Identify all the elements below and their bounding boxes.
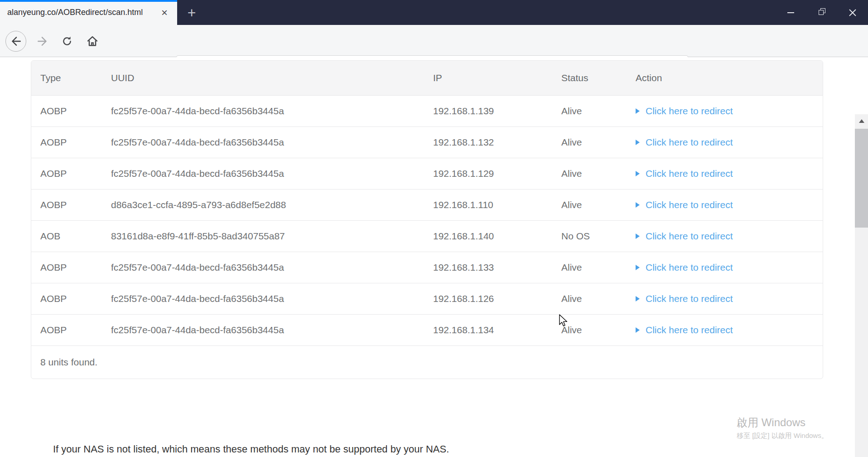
cell-ip: 192.168.1.133 bbox=[424, 262, 552, 273]
cell-status: Alive bbox=[552, 262, 627, 273]
triangle-right-icon bbox=[636, 327, 640, 333]
column-header-ip: IP bbox=[424, 73, 552, 83]
watermark-line1: 啟用 Windows bbox=[737, 415, 828, 430]
cell-type: AOBP bbox=[31, 199, 102, 210]
cell-ip: 192.168.1.140 bbox=[424, 231, 552, 242]
table-row: AOBP fc25f57e-00a7-44da-becd-fa6356b3445… bbox=[31, 314, 823, 345]
table-row: AOBP fc25f57e-00a7-44da-becd-fa6356b3445… bbox=[31, 252, 823, 283]
close-icon bbox=[849, 9, 856, 16]
scan-results-table: TypeUUIDIPStatusAction AOBP fc25f57e-00a… bbox=[31, 60, 823, 379]
reload-icon bbox=[61, 35, 73, 47]
redirect-link[interactable]: Click here to redirect bbox=[636, 137, 823, 148]
redirect-link[interactable]: Click here to redirect bbox=[636, 262, 823, 273]
scroll-up-button[interactable] bbox=[855, 114, 868, 128]
cell-uuid: fc25f57e-00a7-44da-becd-fa6356b3445a bbox=[102, 168, 424, 179]
table-row: AOBP fc25f57e-00a7-44da-becd-fa6356b3445… bbox=[31, 283, 823, 314]
table-header-row: TypeUUIDIPStatusAction bbox=[31, 61, 823, 95]
cell-status: Alive bbox=[552, 199, 627, 210]
home-button[interactable] bbox=[81, 25, 104, 57]
redirect-link[interactable]: Click here to redirect bbox=[636, 231, 823, 242]
redirect-link[interactable]: Click here to redirect bbox=[636, 168, 823, 179]
cell-uuid: fc25f57e-00a7-44da-becd-fa6356b3445a bbox=[102, 262, 424, 273]
activate-windows-watermark: 啟用 Windows 移至 [設定] 以啟用 Windows。 bbox=[737, 415, 828, 440]
table-row: AOBP fc25f57e-00a7-44da-becd-fa6356b3445… bbox=[31, 95, 823, 126]
column-header-type: Type bbox=[31, 73, 102, 83]
triangle-right-icon bbox=[636, 171, 640, 176]
redirect-link[interactable]: Click here to redirect bbox=[636, 293, 823, 304]
table-row: AOBP d86a3ce1-ccfa-4895-a793-a6d8ef5e2d8… bbox=[31, 189, 823, 220]
new-tab-button[interactable]: + bbox=[181, 3, 202, 23]
redirect-link-label: Click here to redirect bbox=[646, 293, 733, 304]
page-content: TypeUUIDIPStatusAction AOBP fc25f57e-00a… bbox=[0, 57, 868, 457]
home-icon bbox=[86, 35, 99, 48]
triangle-right-icon bbox=[636, 265, 640, 270]
back-button[interactable] bbox=[4, 25, 28, 57]
cell-type: AOBP bbox=[31, 325, 102, 335]
forward-button[interactable] bbox=[32, 25, 53, 57]
cell-status: Alive bbox=[552, 325, 627, 335]
cell-status: Alive bbox=[552, 137, 627, 148]
cell-uuid: fc25f57e-00a7-44da-becd-fa6356b3445a bbox=[102, 137, 424, 148]
cell-status: Alive bbox=[552, 106, 627, 117]
tab-title-fade bbox=[141, 2, 159, 24]
column-header-action: Action bbox=[627, 73, 823, 83]
forward-icon bbox=[37, 35, 48, 47]
redirect-link-label: Click here to redirect bbox=[646, 231, 733, 242]
redirect-link-label: Click here to redirect bbox=[646, 168, 733, 179]
cell-ip: 192.168.1.139 bbox=[424, 106, 552, 117]
vertical-scrollbar[interactable] bbox=[855, 114, 868, 457]
nas-note-text: If your NAS is not listed, which means t… bbox=[53, 443, 449, 455]
cell-type: AOBP bbox=[31, 262, 102, 273]
tab-close-icon[interactable]: × bbox=[158, 6, 171, 19]
arrow-up-icon bbox=[859, 119, 864, 123]
redirect-link[interactable]: Click here to redirect bbox=[636, 325, 823, 335]
cell-type: AOBP bbox=[31, 106, 102, 117]
restore-icon bbox=[819, 10, 825, 15]
column-header-status: Status bbox=[552, 73, 627, 83]
table-row: AOBP fc25f57e-00a7-44da-becd-fa6356b3445… bbox=[31, 158, 823, 189]
cell-status: Alive bbox=[552, 293, 627, 304]
cell-ip: 192.168.1.132 bbox=[424, 137, 552, 148]
triangle-right-icon bbox=[636, 202, 640, 208]
column-header-uuid: UUID bbox=[102, 73, 424, 83]
cell-status: No OS bbox=[552, 231, 627, 242]
cell-type: AOB bbox=[31, 231, 102, 242]
browser-window: alanyeung.co/AOBRedirect/scan.html × + bbox=[0, 0, 868, 457]
window-close-button[interactable] bbox=[840, 0, 865, 25]
back-icon bbox=[10, 35, 22, 47]
triangle-right-icon bbox=[636, 108, 640, 114]
cell-uuid: 83161d8a-e8f9-41ff-85b5-8ad340755a87 bbox=[102, 231, 424, 242]
browser-tab[interactable]: alanyeung.co/AOBRedirect/scan.html × bbox=[0, 0, 177, 25]
minimize-button[interactable] bbox=[778, 0, 803, 25]
cell-type: AOBP bbox=[31, 293, 102, 304]
tab-title: alanyeung.co/AOBRedirect/scan.html bbox=[7, 8, 158, 17]
redirect-link-label: Click here to redirect bbox=[646, 325, 733, 335]
watermark-line2: 移至 [設定] 以啟用 Windows。 bbox=[737, 432, 828, 440]
titlebar: alanyeung.co/AOBRedirect/scan.html × + bbox=[0, 0, 868, 25]
cell-type: AOBP bbox=[31, 137, 102, 148]
cell-ip: 192.168.1.134 bbox=[424, 325, 552, 335]
redirect-link-label: Click here to redirect bbox=[646, 137, 733, 148]
redirect-link[interactable]: Click here to redirect bbox=[636, 199, 823, 210]
navigation-toolbar: https://alanyeung.co/AOBRedirect/scan.ht… bbox=[0, 25, 868, 57]
triangle-right-icon bbox=[636, 233, 640, 239]
redirect-link-label: Click here to redirect bbox=[646, 199, 733, 210]
cell-uuid: fc25f57e-00a7-44da-becd-fa6356b3445a bbox=[102, 106, 424, 117]
cell-uuid: fc25f57e-00a7-44da-becd-fa6356b3445a bbox=[102, 293, 424, 304]
cell-uuid: fc25f57e-00a7-44da-becd-fa6356b3445a bbox=[102, 325, 424, 335]
minimize-icon bbox=[787, 12, 794, 13]
table-row: AOB 83161d8a-e8f9-41ff-85b5-8ad340755a87… bbox=[31, 220, 823, 252]
scrollbar-thumb[interactable] bbox=[855, 129, 868, 228]
redirect-link[interactable]: Click here to redirect bbox=[636, 106, 823, 117]
restore-button[interactable] bbox=[809, 0, 834, 25]
table-row: AOBP fc25f57e-00a7-44da-becd-fa6356b3445… bbox=[31, 126, 823, 158]
cell-type: AOBP bbox=[31, 168, 102, 179]
triangle-right-icon bbox=[636, 140, 640, 145]
cell-status: Alive bbox=[552, 168, 627, 179]
reload-button[interactable] bbox=[56, 25, 78, 57]
cell-ip: 192.168.1.126 bbox=[424, 293, 552, 304]
cell-ip: 192.168.1.129 bbox=[424, 168, 552, 179]
redirect-link-label: Click here to redirect bbox=[646, 262, 733, 273]
redirect-link-label: Click here to redirect bbox=[646, 106, 733, 117]
units-found-text: 8 units found. bbox=[31, 357, 97, 368]
